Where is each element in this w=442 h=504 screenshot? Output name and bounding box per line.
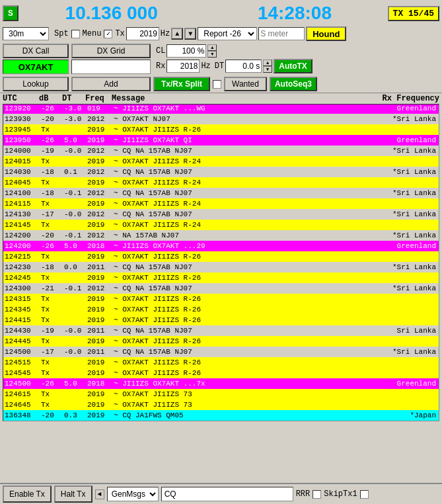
table-row[interactable]: 124245 Tx 2019 ~ OX7AKT JI1IZS R-26 (3, 273, 439, 283)
arrow-down-btn[interactable]: ▼ (184, 28, 196, 40)
menu-checkbox[interactable]: ✓ (104, 30, 112, 38)
dx-grid-button[interactable]: DX Grid (71, 44, 151, 58)
wanted-button[interactable]: Wanted (224, 77, 267, 91)
cell-db: -19 (41, 325, 64, 336)
cell-freq: 2019 (87, 198, 114, 209)
cell-dt: -3.0 (64, 105, 87, 114)
cell-msg: ~ OX7AKT JI1IZS R-26 (114, 251, 378, 262)
cell-freq: 2011 (87, 325, 114, 336)
cell-msg: ~ CQ NA 157AB NJ07 (114, 188, 378, 198)
autoseq3-button[interactable]: AutoSeq3 (270, 77, 317, 91)
table-row[interactable]: 124045 Tx 2019 ~ OX7AKT JI1IZS R-24 (3, 177, 439, 188)
table-row[interactable]: 123950 -26 5.0 2019 ~ JI1IZS OX7AKT QI G… (3, 135, 439, 146)
enable-tx-button[interactable]: Enable Tx (3, 485, 52, 503)
grid-input[interactable] (71, 60, 151, 74)
band-dropdown[interactable]: 30m (3, 27, 49, 40)
table-row[interactable]: 136348 -20 0.3 2019 ~ CQ JA1FWS QM05 *Ja… (3, 410, 439, 421)
top-bar: S 10.136 000 14:28:08 TX 15/45 (0, 0, 442, 25)
cell-db: Tx (41, 124, 64, 135)
cell-msg: ~ CQ NA 157AB NJ07 (114, 347, 378, 357)
table-row[interactable]: 124200 -26 5.0 2018 ~ JI1IZS OX7AKT ...2… (3, 241, 439, 251)
callsign-input[interactable] (3, 60, 69, 74)
report-dropdown[interactable]: Report -26 (198, 27, 257, 40)
table-row[interactable]: 124000 -19 -0.0 2012 ~ CQ NA 157AB NJ07 … (3, 146, 439, 156)
tx-label: Tx (115, 29, 124, 38)
message-scroll[interactable]: 123820 ~ JI1IZS OX7AKT ... Greenland 123… (3, 105, 439, 421)
cell-rxfreq: *Sri Lanka (378, 283, 437, 294)
table-row[interactable]: 124315 Tx 2019 ~ OX7AKT JI1IZS R-26 (3, 294, 439, 304)
rx-freq-input[interactable] (166, 60, 200, 73)
tx-freq-input[interactable] (126, 27, 159, 40)
table-row[interactable]: 124445 Tx 2019 ~ OX7AKT JI1IZS R-26 (3, 336, 439, 347)
table-row[interactable]: 124500 -17 -0.0 2011 ~ CQ NA 157AB NJ07 … (3, 347, 439, 357)
cell-msg: ~ OX7AKT JI1IZS R-26 (114, 294, 378, 304)
table-row[interactable]: 124100 -18 -0.1 2012 ~ CQ NA 157AB NJ07 … (3, 188, 439, 198)
txrx-split-checkbox[interactable] (213, 80, 221, 89)
cell-msg: ~ OX7AKT JI1IZS 73 (114, 399, 378, 410)
cell-utc: 124615 (5, 389, 41, 399)
cell-utc: 124315 (5, 294, 41, 304)
table-row[interactable]: 124130 -17 -0.0 2012 ~ CQ NA 157AB NJ07 … (3, 209, 439, 220)
add-button[interactable]: Add (71, 77, 151, 91)
table-row[interactable]: 123920 -26 -3.0 019 ~ JI1IZS OX7AKT ...W… (3, 105, 439, 114)
table-row[interactable]: 124515 Tx 2019 ~ OX7AKT JI1IZS R-26 (3, 357, 439, 368)
cell-msg: ~ OX7AKT JI1IZS R-26 (114, 357, 378, 368)
cell-freq: 2011 (87, 347, 114, 357)
table-row[interactable]: 124615 Tx 2019 ~ OX7AKT JI1IZS 73 (3, 389, 439, 399)
arrow-up-btn[interactable]: ▲ (171, 28, 183, 40)
header-rxfreq: Rx Frequency (373, 94, 439, 103)
hound-button[interactable]: Hound (306, 26, 346, 41)
table-row[interactable]: 124300 -21 -0.1 2012 ~ CQ NA 157AB NJ07 … (3, 283, 439, 294)
cell-dt: 0.1 (64, 167, 87, 177)
gen-msgs-dropdown[interactable]: GenMsgs (107, 487, 159, 501)
frequency-display[interactable]: 10.136 000 (21, 3, 202, 24)
s-button[interactable]: S (3, 5, 18, 21)
s-meter-input[interactable] (258, 27, 305, 40)
table-row[interactable]: 124015 Tx 2019 ~ OX7AKT JI1IZS R-24 (3, 156, 439, 167)
cell-utc: 124230 (5, 262, 41, 273)
cell-freq: 2019 (87, 156, 114, 167)
cell-db: -18 (41, 262, 64, 273)
dt-input[interactable] (225, 60, 262, 73)
spt-checkbox[interactable] (71, 30, 80, 38)
skiptx1-checkbox[interactable] (360, 490, 369, 499)
table-row[interactable]: 124215 Tx 2019 ~ OX7AKT JI1IZS R-26 (3, 251, 439, 262)
cq-input[interactable] (161, 487, 293, 501)
table-row[interactable]: 124145 Tx 2019 ~ OX7AKT JI1IZS R-24 (3, 220, 439, 230)
cell-msg: ~ OX7AKT JI1IZS 73 (114, 389, 378, 399)
table-row[interactable]: 123930 -20 -3.0 2012 ~ OX7AKT NJ07 *Sri … (3, 114, 439, 124)
cell-dt (64, 156, 87, 167)
cell-dt: -0.0 (64, 209, 87, 220)
table-row[interactable]: 123945 Tx 2019 ~ OX7AKT JI1IZS R-26 (3, 124, 439, 135)
cell-msg: ~ OX7AKT JI1IZS R-26 (114, 336, 378, 347)
header-dt: DT (62, 94, 85, 103)
autotx-button[interactable]: AutoTX (274, 59, 313, 73)
table-row[interactable]: 124230 -18 0.0 2011 ~ CQ NA 157AB NJ07 *… (3, 262, 439, 273)
rrr-checkbox[interactable] (313, 490, 321, 499)
table-row[interactable]: 124500 -26 5.0 2018 ~ JI1IZS OX7AKT ...7… (3, 378, 439, 389)
cl-input[interactable] (166, 44, 206, 58)
table-row[interactable]: 124115 Tx 2019 ~ OX7AKT JI1IZS R-24 (3, 198, 439, 209)
cell-utc: 123945 (5, 124, 41, 135)
dt-spinner[interactable]: ▲ ▼ (263, 60, 272, 73)
cell-rxfreq: Sri Lanka (378, 325, 437, 336)
cell-rxfreq: *Sri Lanka (378, 262, 437, 273)
cell-dt: 5.0 (64, 241, 87, 251)
table-row[interactable]: 124345 Tx 2019 ~ OX7AKT JI1IZS R-26 (3, 304, 439, 315)
nav-left-arrow[interactable]: ◄ (95, 489, 104, 499)
lookup-button[interactable]: Lookup (3, 77, 69, 91)
dx-call-button[interactable]: DX Call (3, 44, 69, 58)
table-row[interactable]: 124200 -20 -0.1 2012 ~ NA 157AB NJ07 *Sr… (3, 230, 439, 241)
table-row[interactable]: 124415 Tx 2019 ~ OX7AKT JI1IZS R-26 (3, 315, 439, 325)
halt-tx-button[interactable]: Halt Tx (54, 485, 92, 503)
table-row[interactable]: 124645 Tx 2019 ~ OX7AKT JI1IZS 73 (3, 399, 439, 410)
table-row[interactable]: 124030 -18 0.1 2012 ~ CQ NA 157AB NJ07 *… (3, 167, 439, 177)
cell-msg: ~ OX7AKT JI1IZS R-26 (114, 124, 378, 135)
cl-spinner[interactable]: ▲ ▼ (207, 44, 217, 58)
table-row[interactable]: 124430 -19 -0.0 2011 ~ CQ NA 157AB NJ07 … (3, 325, 439, 336)
cell-db: Tx (41, 198, 64, 209)
txrx-split-button[interactable]: Tx/Rx Split (153, 77, 210, 91)
cell-msg: ~ OX7AKT JI1IZS R-24 (114, 156, 378, 167)
cell-dt: -0.1 (64, 283, 87, 294)
table-row[interactable]: 124545 Tx 2019 ~ OX7AKT JI1IZS R-26 (3, 368, 439, 378)
